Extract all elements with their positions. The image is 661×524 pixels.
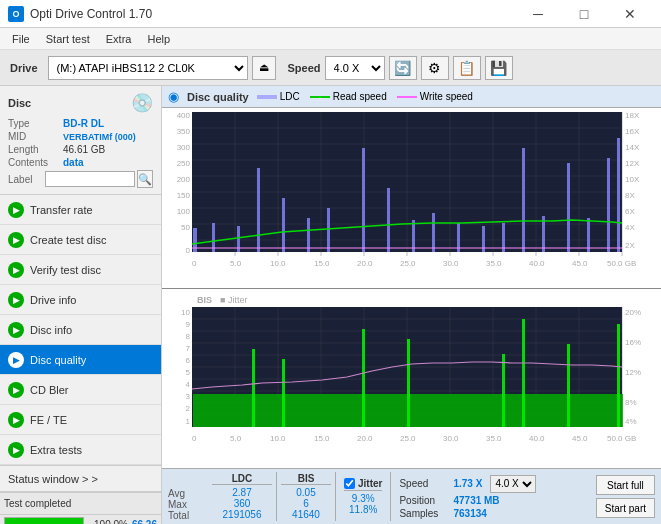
menu-file[interactable]: File: [4, 31, 38, 47]
speed-key: Speed: [399, 478, 449, 489]
legend-read: Read speed: [310, 91, 387, 102]
status-window-button[interactable]: Status window > >: [0, 466, 161, 492]
close-button[interactable]: ✕: [607, 0, 653, 28]
nav-items: ▶ Transfer rate ▶ Create test disc ▶ Ver…: [0, 195, 161, 465]
samples-value: 763134: [453, 508, 486, 519]
svg-text:10.0: 10.0: [270, 434, 286, 443]
position-key: Position: [399, 495, 449, 506]
create-disc-label: Create test disc: [30, 234, 106, 246]
disc-info-label: Disc info: [30, 324, 72, 336]
read-speed-color: [310, 96, 330, 98]
length-key: Length: [8, 144, 63, 155]
svg-text:BIS: BIS: [197, 295, 212, 305]
svg-text:40.0: 40.0: [529, 259, 545, 268]
divider1: [276, 472, 277, 521]
jitter-header: Jitter: [358, 478, 382, 489]
disc-quality-label: Disc quality: [30, 354, 86, 366]
svg-text:8%: 8%: [625, 398, 637, 407]
drive-select[interactable]: (M:) ATAPI iHBS112 2 CL0K: [48, 56, 248, 80]
fe-te-icon: ▶: [8, 412, 24, 428]
status-text: Test completed: [4, 498, 71, 509]
eject-button[interactable]: ⏏: [252, 56, 276, 80]
svg-text:30.0: 30.0: [443, 434, 459, 443]
contents-key: Contents: [8, 157, 63, 168]
menu-extra[interactable]: Extra: [98, 31, 140, 47]
svg-text:50.0 GB: 50.0 GB: [607, 259, 636, 268]
settings-button[interactable]: ⚙: [421, 56, 449, 80]
contents-value: data: [63, 157, 84, 168]
start-full-button[interactable]: Start full: [596, 475, 655, 495]
svg-text:25.0: 25.0: [400, 259, 416, 268]
svg-rect-24: [307, 218, 310, 252]
start-part-button[interactable]: Start part: [596, 498, 655, 518]
svg-rect-95: [502, 354, 505, 427]
sidebar-item-create-test-disc[interactable]: ▶ Create test disc: [0, 225, 161, 255]
disc-quality-icon: ▶: [8, 352, 24, 368]
minimize-button[interactable]: ─: [515, 0, 561, 28]
svg-rect-22: [257, 168, 260, 252]
drive-label: Drive: [4, 62, 44, 74]
save-button[interactable]: 💾: [485, 56, 513, 80]
sidebar-item-transfer-rate[interactable]: ▶ Transfer rate: [0, 195, 161, 225]
svg-text:50: 50: [181, 223, 190, 232]
top-chart-svg: 400 350 300 250 200 150 100 50 0 18X 16X…: [162, 108, 661, 288]
extra-tests-label: Extra tests: [30, 444, 82, 456]
sidebar-item-fe-te[interactable]: ▶ FE / TE: [0, 405, 161, 435]
sidebar-item-drive-info[interactable]: ▶ Drive info: [0, 285, 161, 315]
sidebar-item-cd-bler[interactable]: ▶ CD Bler: [0, 375, 161, 405]
label-input[interactable]: [45, 171, 135, 187]
charts-container: 400 350 300 250 200 150 100 50 0 18X 16X…: [162, 108, 661, 524]
svg-text:2X: 2X: [625, 241, 635, 250]
chart-speed-select[interactable]: 4.0 X: [490, 475, 536, 493]
speed-position-info: Speed 1.73 X 4.0 X Position 47731 MB Sam…: [399, 475, 536, 519]
svg-text:16X: 16X: [625, 127, 640, 136]
label-browse-button[interactable]: 🔍: [137, 170, 153, 188]
speed-select[interactable]: 4.0 X: [325, 56, 385, 80]
svg-text:12X: 12X: [625, 159, 640, 168]
svg-text:8X: 8X: [625, 191, 635, 200]
app-title: Opti Drive Control 1.70: [30, 7, 152, 21]
fe-te-label: FE / TE: [30, 414, 67, 426]
svg-text:9: 9: [186, 320, 191, 329]
maximize-button[interactable]: □: [561, 0, 607, 28]
disc-section-title: Disc: [8, 97, 31, 109]
svg-text:20.0: 20.0: [357, 434, 373, 443]
svg-text:10: 10: [181, 308, 190, 317]
top-chart: 400 350 300 250 200 150 100 50 0 18X 16X…: [162, 108, 661, 289]
progress-percent: 100.0%: [88, 519, 128, 525]
speed-value: 1.73 X: [453, 478, 482, 489]
info-button[interactable]: 📋: [453, 56, 481, 80]
svg-text:10X: 10X: [625, 175, 640, 184]
sidebar-item-disc-quality[interactable]: ▶ Disc quality: [0, 345, 161, 375]
status-window-label: Status window > >: [8, 473, 98, 485]
svg-text:15.0: 15.0: [314, 259, 330, 268]
action-buttons: Start full Start part: [596, 475, 655, 518]
svg-rect-93: [362, 329, 365, 427]
svg-text:25.0: 25.0: [400, 434, 416, 443]
title-bar-left: O Opti Drive Control 1.70: [8, 6, 152, 22]
jitter-checkbox[interactable]: [344, 478, 355, 489]
refresh-button[interactable]: 🔄: [389, 56, 417, 80]
menu-help[interactable]: Help: [139, 31, 178, 47]
ldc-label: LDC: [280, 91, 300, 102]
verify-disc-label: Verify test disc: [30, 264, 101, 276]
sidebar: Disc 💿 Type BD-R DL MID VERBATIMf (000) …: [0, 86, 162, 524]
cd-bler-icon: ▶: [8, 382, 24, 398]
disc-panel: Disc 💿 Type BD-R DL MID VERBATIMf (000) …: [0, 86, 161, 195]
window-controls: ─ □ ✕: [515, 0, 653, 28]
svg-text:4%: 4%: [625, 417, 637, 426]
ldc-avg: 2.87: [212, 487, 272, 498]
svg-text:15.0: 15.0: [314, 434, 330, 443]
menu-start-test[interactable]: Start test: [38, 31, 98, 47]
cd-bler-label: CD Bler: [30, 384, 69, 396]
svg-rect-36: [587, 218, 590, 252]
svg-rect-25: [327, 208, 330, 252]
sidebar-item-extra-tests[interactable]: ▶ Extra tests: [0, 435, 161, 465]
svg-rect-29: [432, 213, 435, 252]
svg-text:18X: 18X: [625, 111, 640, 120]
sidebar-item-verify-test-disc[interactable]: ▶ Verify test disc: [0, 255, 161, 285]
svg-text:300: 300: [177, 143, 191, 152]
ldc-max: 360: [212, 498, 272, 509]
stats-bar: AvgMaxTotal LDC 2.87 360 2191056 BIS 0.0…: [162, 468, 661, 524]
sidebar-item-disc-info[interactable]: ▶ Disc info: [0, 315, 161, 345]
